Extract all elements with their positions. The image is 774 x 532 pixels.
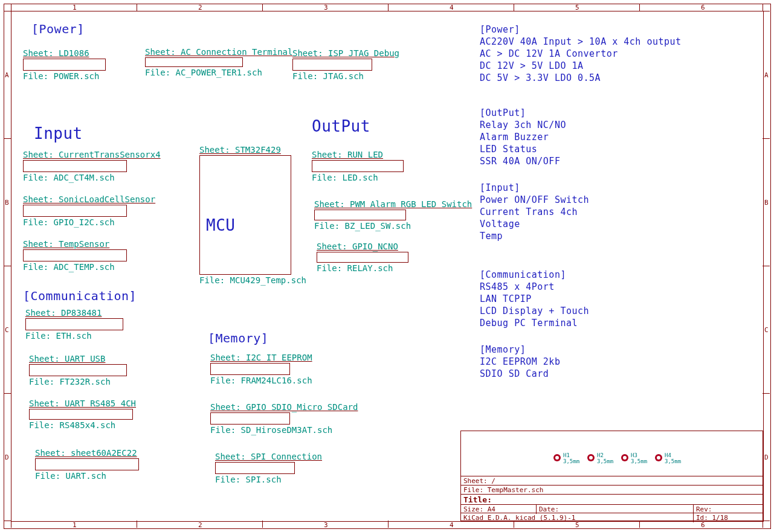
section-communication: [Communication]: [23, 289, 137, 303]
ruler-tick: [11, 521, 11, 528]
ruler-tick: [262, 4, 263, 11]
sheet-name: Sheet: UART USB: [29, 354, 127, 364]
sheet-file: File: POWER.sch: [23, 71, 106, 81]
hierarchical-sheet-mcu[interactable]: Sheet: STM32F429 MCU File: MCU429_Temp.s…: [199, 145, 306, 285]
ruler-row: C: [5, 326, 9, 334]
sheet-name: Sheet: SonicLoadCellSensor: [23, 194, 155, 204]
hierarchical-sheet[interactable]: Sheet: I2C IT EEPROMFile: FRAM24LC16.sch: [210, 353, 312, 385]
sheet-file: File: SPI.sch: [215, 475, 322, 484]
sheet-name: Sheet: ISP JTAG Debug: [292, 48, 399, 58]
note: Relay 3ch NC/NO: [480, 120, 566, 130]
ruler-tick: [763, 266, 770, 266]
hierarchical-sheet[interactable]: Sheet: DP838481File: ETH.sch: [25, 308, 123, 341]
ruler-tick: [763, 521, 770, 521]
sheet-name: Sheet: I2C IT EEPROM: [210, 353, 312, 362]
ruler-tick: [763, 4, 763, 11]
mcu-label: MCU: [206, 216, 235, 234]
sheet-file: File: ADC_CT4M.sch: [23, 173, 161, 182]
sheet-box: [292, 59, 372, 71]
hierarchical-sheet[interactable]: Sheet: TempSensorFile: ADC_TEMP.sch: [23, 239, 127, 272]
ruler-tick: [11, 4, 11, 11]
section-power: [Power]: [31, 22, 85, 36]
ruler-row: C: [764, 326, 769, 334]
hierarchical-sheet[interactable]: Sheet: PWM Alarm RGB LED SwitchFile: BZ_…: [314, 199, 472, 231]
hierarchical-sheet[interactable]: Sheet: sheet60A2EC22File: UART.sch: [35, 448, 139, 481]
note: Alarm Buzzer: [480, 132, 549, 143]
ruler-col: 4: [450, 521, 454, 529]
ruler-tick: [763, 11, 770, 11]
ruler-col: 2: [198, 521, 202, 529]
sheet-box: [210, 363, 290, 375]
sheet-box: [35, 458, 139, 470]
sheet-box: [25, 318, 123, 330]
ruler-tick: [763, 138, 770, 139]
sheet-file: File: SD_HiroseDM3AT.sch: [210, 425, 358, 435]
note: Debug PC Terminal: [480, 318, 578, 328]
kicad-version: KiCad E.D.A. kicad (5.1.9)-1: [461, 513, 695, 522]
note: LAN TCPIP: [480, 293, 532, 304]
ruler-col: 2: [198, 4, 202, 11]
sheet-file: File: RS485x4.sch: [29, 420, 136, 430]
note: Current Trans 4ch: [480, 207, 578, 217]
ruler-row: B: [764, 199, 769, 207]
sheet-name: Sheet: UART RS485 4CH: [29, 399, 136, 408]
note: DC 5V > 3.3V LDO 0.5A: [480, 72, 601, 83]
ruler-col: 3: [324, 4, 328, 11]
sheet-file: File: FT232R.sch: [29, 377, 127, 386]
sheet-name: Sheet: SPI Connection: [215, 452, 322, 461]
sheet-box: [145, 57, 243, 67]
sheet-file: File: ETH.sch: [25, 331, 123, 341]
ruler-row: D: [5, 453, 9, 461]
ruler-col: 6: [701, 4, 705, 11]
hierarchical-sheet[interactable]: Sheet: RUN LEDFile: LED.sch: [312, 150, 404, 182]
hierarchical-sheet[interactable]: Sheet: AC Connection TerminalFile: AC_PO…: [145, 47, 292, 77]
hierarchical-sheet[interactable]: Sheet: GPIO_NCNOFile: RELAY.sch: [317, 242, 408, 273]
sheet-file: File: AC_POWER_TER1.sch: [145, 68, 292, 77]
hierarchical-sheet[interactable]: Sheet: LD1086File: POWER.sch: [23, 48, 106, 81]
note: SDIO SD Card: [480, 368, 549, 379]
ruler-tick: [514, 4, 514, 11]
ruler-tick: [137, 521, 137, 528]
sheet-box: [314, 210, 406, 220]
ruler-tick: [4, 138, 11, 139]
note: Temp: [480, 231, 503, 242]
ruler-tick: [4, 521, 11, 521]
title-block: Sheet: / File: TempMaster.sch Title: Siz…: [460, 431, 763, 521]
hierarchical-sheet[interactable]: Sheet: GPIO SDIO_Micro SDCardFile: SD_Hi…: [210, 402, 358, 435]
note: Voltage: [480, 219, 520, 229]
schematic-canvas: 1 2 3 4 5 6 1 2 3 4 5 6 A B C D A B C D …: [0, 0, 774, 532]
hierarchical-sheet[interactable]: Sheet: SPI ConnectionFile: SPI.sch: [215, 452, 322, 484]
sheet-file: File: GPIO_I2C.sch: [23, 217, 155, 227]
hierarchical-sheet[interactable]: Sheet: UART USBFile: FT232R.sch: [29, 354, 127, 386]
ruler-row: D: [764, 453, 769, 461]
sheet-name: Sheet: TempSensor: [23, 239, 127, 249]
sheet-box: [23, 160, 127, 172]
note: [OutPut]: [480, 107, 526, 118]
hierarchical-sheet[interactable]: Sheet: ISP JTAG DebugFile: JTAG.sch: [292, 48, 399, 81]
hierarchical-sheet[interactable]: Sheet: UART RS485 4CHFile: RS485x4.sch: [29, 399, 136, 430]
note: [Input]: [480, 182, 520, 193]
ruler-col: 4: [450, 4, 454, 11]
sheet-file: File: UART.sch: [35, 471, 139, 481]
sheet-name: Sheet: AC Connection Terminal: [145, 47, 292, 57]
note: RS485 x 4Port: [480, 281, 555, 292]
hierarchical-sheet[interactable]: Sheet: SonicLoadCellSensorFile: GPIO_I2C…: [23, 194, 155, 227]
sheet-name: Sheet: sheet60A2EC22: [35, 448, 139, 458]
sheet-file: File: JTAG.sch: [292, 71, 399, 81]
note: LED Status: [480, 144, 537, 155]
title-label: Title:: [461, 494, 763, 505]
hierarchical-sheet[interactable]: Sheet: CurrentTransSensorx4File: ADC_CT4…: [23, 150, 161, 182]
section-output: OutPut: [312, 117, 370, 135]
sheet-name: Sheet: PWM Alarm RGB LED Switch: [314, 199, 472, 209]
ruler-tick: [388, 4, 389, 11]
sheet-file: File: FRAM24LC16.sch: [210, 376, 312, 385]
note: [Memory]: [480, 344, 526, 355]
ruler-col: 1: [73, 521, 77, 529]
sheet-box: [210, 412, 290, 425]
sheet-path: Sheet: /: [461, 476, 763, 486]
sheet-box: [215, 462, 295, 474]
ruler-tick: [4, 266, 11, 266]
sheet-file: File: LED.sch: [312, 173, 404, 182]
sheet-box: [23, 59, 106, 71]
sheet-box: [23, 249, 127, 261]
